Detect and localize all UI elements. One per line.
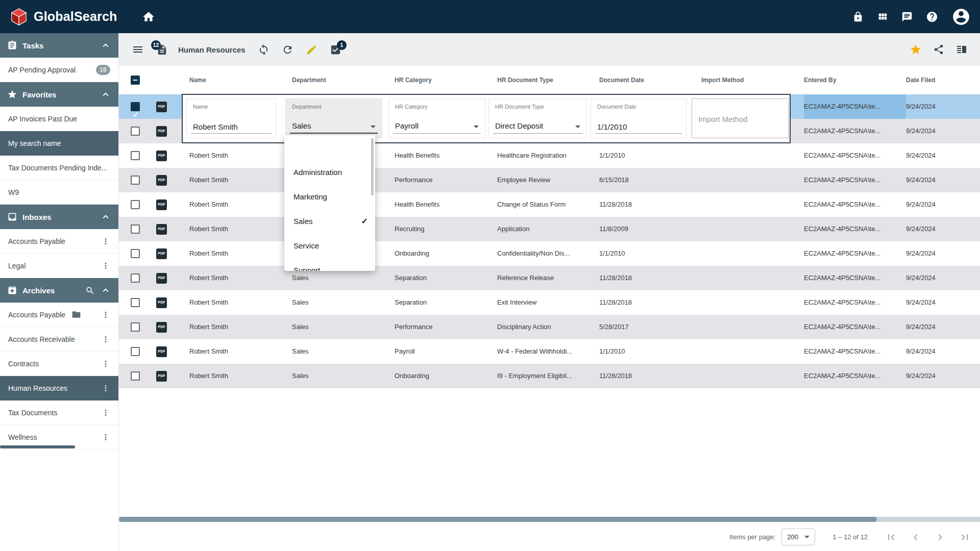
pdf-file-icon[interactable]: PDF [156,224,167,235]
select-all-checkbox[interactable] [131,76,140,85]
hr-category-select[interactable]: HR Category Payroll [388,98,485,138]
dropdown-scrollbar-thumb[interactable] [371,138,374,195]
sidebar-item-tax-documents-pending[interactable]: Tax Documents Pending Inde... [0,156,118,180]
pdf-file-icon[interactable]: PDF [156,126,167,137]
column-header[interactable]: HR Category [395,66,497,94]
hr-document-type-select[interactable]: HR Document Type Direct Deposit [488,98,587,138]
dropdown-option[interactable] [284,135,375,160]
pdf-file-icon[interactable]: PDF [156,175,167,186]
chevron-up-icon[interactable] [100,89,111,100]
sidebar-section-tasks[interactable]: Tasks [0,33,118,58]
column-header[interactable]: Import Method [701,66,804,94]
dropdown-option[interactable]: Support [284,258,375,271]
row-checkbox[interactable] [131,371,140,381]
row-checkbox[interactable] [131,347,140,356]
row-checkbox[interactable] [131,298,140,307]
column-header[interactable]: Name [189,66,292,94]
row-checkbox[interactable] [131,176,140,185]
row-checkbox[interactable] [131,200,140,209]
kebab-menu-icon[interactable] [101,384,110,393]
sidebar-section-archives[interactable]: Archives [0,278,118,303]
table-row[interactable]: PDF Robert Smith Sales Health Benefits H… [119,143,980,168]
sidebar-item-archive-contracts[interactable]: Contracts [0,352,118,376]
sidebar-item-ap-pending-approval[interactable]: AP Pending Approval 16 [0,58,118,82]
name-field[interactable]: Name [186,98,276,138]
horizontal-scrollbar[interactable] [119,517,980,522]
column-header[interactable]: Department [292,66,395,94]
table-row[interactable]: PDF Robert Smith Sales Health Benefits C… [119,192,980,217]
row-checkbox[interactable] [131,224,140,234]
pdf-file-icon[interactable]: PDF [156,248,167,259]
pdf-file-icon[interactable]: PDF [156,297,167,308]
search-icon[interactable] [85,286,95,295]
pdf-file-icon[interactable]: PDF [156,371,167,382]
share-button[interactable] [933,44,944,55]
sidebar-item-archive-accounts-receivable[interactable]: Accounts Receivable [0,327,118,352]
row-checkbox[interactable] [131,102,140,111]
dropdown-option[interactable]: Sales [284,209,375,233]
document-date-field[interactable]: Document Date [591,98,687,138]
table-row[interactable]: PDF Robert Smith Sales Onboarding Confid… [119,241,980,266]
table-row[interactable]: PDF Robert Smith Sales Performance Disci… [119,315,980,339]
column-header[interactable]: Document Date [599,66,701,94]
column-header[interactable]: HR Document Type [497,66,599,94]
sidebar-section-inboxes[interactable]: Inboxes [0,205,118,229]
kebab-menu-icon[interactable] [101,335,110,344]
dropdown-option[interactable]: Marketing [284,184,375,209]
column-header[interactable]: Date Filed [906,66,980,94]
selected-count[interactable]: 1 [330,44,341,56]
department-select[interactable]: Department Sales [285,98,382,138]
row-checkbox[interactable] [131,151,140,160]
import-method-input[interactable] [698,115,781,123]
kebab-menu-icon[interactable] [101,433,110,442]
kebab-menu-icon[interactable] [101,359,110,368]
sidebar-scrollbar-thumb[interactable] [0,445,75,448]
row-checkbox[interactable] [131,249,140,258]
sidebar-item-inbox-legal[interactable]: Legal [0,254,118,278]
pdf-file-icon[interactable]: PDF [156,346,167,357]
sidebar-item-ap-invoices-past-due[interactable]: AP Invoices Past Due [0,107,118,131]
horizontal-scrollbar-thumb[interactable] [119,517,877,522]
table-row[interactable]: PDF Robert Smith Sales Separation Exit I… [119,290,980,315]
pdf-file-icon[interactable]: PDF [156,151,167,161]
document-date-input[interactable] [597,122,679,131]
menu-button[interactable] [132,43,144,56]
modules-button[interactable] [877,11,888,22]
home-button[interactable] [142,10,155,23]
sidebar-item-inbox-accounts-payable[interactable]: Accounts Payable [0,229,118,254]
pdf-file-icon[interactable]: PDF [156,273,167,284]
kebab-menu-icon[interactable] [101,408,110,417]
row-checkbox[interactable] [131,273,140,283]
dropdown-option[interactable]: Administration [284,160,375,184]
chevron-up-icon[interactable] [100,40,111,51]
row-checkbox[interactable] [131,322,140,332]
lock-button[interactable] [852,11,864,22]
table-row[interactable]: PDF Robert Smith Sales Recruiting Applic… [119,217,980,241]
edit-button[interactable] [306,44,317,56]
first-page-button[interactable] [885,531,897,543]
sidebar-section-favorites[interactable]: Favorites [0,82,118,107]
table-row[interactable]: PDF Robert Smith Sales Payroll W-4 - Fed… [119,339,980,364]
pdf-file-icon[interactable]: PDF [156,199,167,210]
sidebar-item-archive-accounts-payable[interactable]: Accounts Payable [0,303,118,327]
last-page-button[interactable] [959,531,971,543]
row-checkbox[interactable] [131,127,140,136]
name-input[interactable] [193,122,268,131]
previous-page-button[interactable] [910,531,922,543]
split-view-button[interactable] [955,43,968,56]
table-row[interactable]: PDF Robert Smith Sales Separation Refere… [119,266,980,290]
chevron-up-icon[interactable] [100,211,111,222]
kebab-menu-icon[interactable] [101,261,110,270]
import-method-field[interactable] [692,98,789,138]
sidebar-item-archive-human-resources[interactable]: Human Resources [0,376,118,400]
table-row[interactable]: PDF Robert Smith Sales Onboarding I9 - E… [119,364,980,388]
table-row[interactable]: PDF Robert Smith Sales Performance Emplo… [119,168,980,192]
kebab-menu-icon[interactable] [101,310,110,319]
sidebar-item-my-search-name[interactable]: My search name [0,131,118,156]
items-per-page-select[interactable]: 200 [781,529,815,545]
pdf-file-icon[interactable]: PDF [156,322,167,333]
account-avatar-button[interactable] [951,7,971,27]
result-count[interactable]: 12 [156,44,168,56]
help-button[interactable] [926,11,938,23]
pdf-file-icon[interactable]: PDF [156,102,167,112]
